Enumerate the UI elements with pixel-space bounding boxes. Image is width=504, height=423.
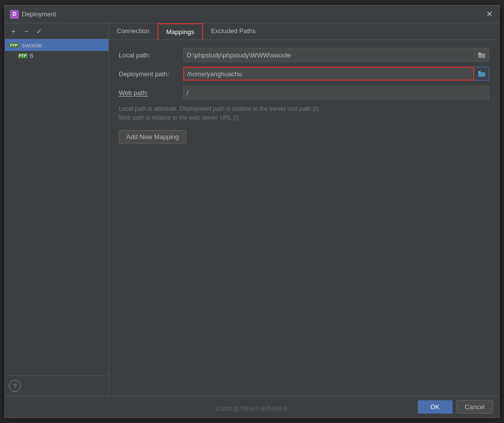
help-button[interactable]: ? [9, 380, 21, 392]
tab-excluded-paths[interactable]: Excluded Paths [203, 23, 263, 40]
folder-icon [478, 52, 485, 58]
bottom-bar: CSDN @万猿丛中最亮的师哥 OK Cancel [5, 396, 499, 418]
local-path-input-wrap [183, 48, 489, 62]
folder-icon [478, 71, 485, 77]
check-server-button[interactable]: ✓ [34, 26, 45, 37]
title-bar: D Deployment ✕ [5, 5, 499, 23]
app-icon: D [10, 10, 19, 19]
sidebar-item-label: swoole [22, 42, 42, 49]
sidebar: + − ✓ FTP swoole FTP 6 ? [5, 23, 109, 396]
deployment-dialog: D Deployment ✕ + − ✓ FTP swoole FTP [4, 5, 500, 418]
sidebar-subitem-label: 6 [30, 52, 33, 59]
form-area: Local path: Deployme [109, 40, 499, 396]
watermark: CSDN @万猿丛中最亮的师哥 [216, 405, 288, 413]
tab-connection[interactable]: Connection [109, 23, 157, 40]
main-content: + − ✓ FTP swoole FTP 6 ? [5, 23, 499, 396]
svg-rect-4 [478, 71, 481, 73]
sidebar-subitem-6[interactable]: FTP 6 [5, 51, 108, 60]
close-button[interactable]: ✕ [484, 9, 494, 19]
sidebar-toolbar: + − ✓ [5, 23, 108, 39]
title-bar-left: D Deployment [10, 10, 56, 19]
deployment-path-input[interactable] [183, 67, 474, 81]
remove-server-button[interactable]: − [21, 26, 32, 37]
ftp-icon: FTP [9, 41, 19, 49]
cancel-button[interactable]: Cancel [456, 400, 493, 414]
sidebar-footer: ? [5, 376, 108, 396]
svg-rect-2 [478, 52, 481, 54]
local-path-browse-button[interactable] [474, 48, 489, 62]
local-path-input[interactable] [183, 48, 474, 62]
hint-text: Local path is absolute. Deployment path … [119, 104, 489, 122]
local-path-row: Local path: [119, 48, 489, 62]
web-path-input-wrap [183, 86, 489, 99]
add-new-mapping-button[interactable]: Add New Mapping [119, 130, 186, 143]
add-server-button[interactable]: + [8, 26, 19, 37]
dialog-title: Deployment [22, 10, 56, 18]
web-path-row: Web path: [119, 86, 489, 99]
tab-bar: Connection Mappings Excluded Paths [109, 23, 499, 40]
deployment-path-input-wrap [183, 67, 489, 81]
svg-rect-3 [478, 72, 485, 77]
web-path-label: Web path: [119, 89, 183, 96]
hint-line-2: Web path is relative to the web server U… [119, 113, 489, 122]
ftp-sub-icon: FTP [19, 52, 27, 59]
tab-mappings[interactable]: Mappings [157, 23, 203, 40]
right-panel: Connection Mappings Excluded Paths Local… [109, 23, 499, 396]
ok-button[interactable]: OK [418, 400, 453, 414]
deployment-path-label: Deployment path: [119, 70, 183, 78]
local-path-label: Local path: [119, 51, 183, 59]
hint-line-1: Local path is absolute. Deployment path … [119, 104, 489, 113]
web-path-input[interactable] [183, 86, 489, 99]
sidebar-item-swoole[interactable]: FTP swoole [5, 39, 108, 51]
deployment-path-row: Deployment path: [119, 67, 489, 81]
deployment-path-browse-button[interactable] [474, 67, 489, 81]
